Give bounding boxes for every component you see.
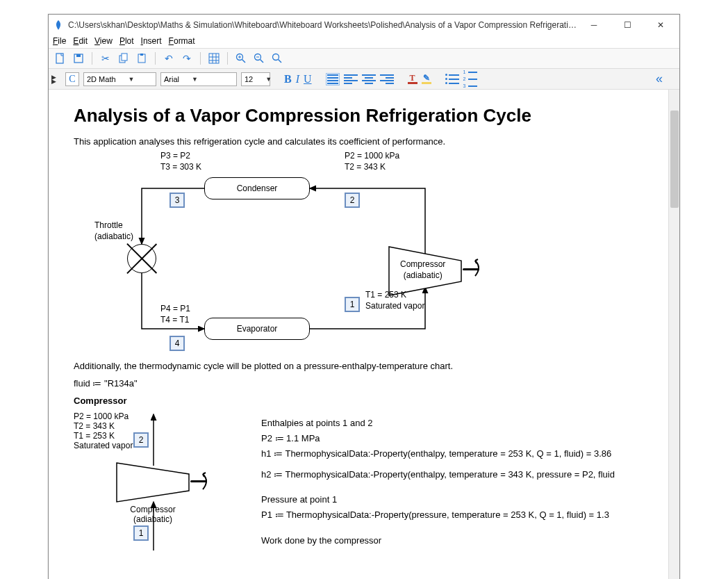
app-logo-icon (53, 19, 64, 31)
caret-hint-icon: ▶▶ (49, 75, 58, 83)
text-color-button[interactable]: T (408, 74, 417, 84)
window-controls: ─ ☐ ✕ (579, 20, 675, 30)
copy-button[interactable] (116, 51, 131, 66)
app-window: C:\Users\skhan\Desktop\Maths & Simulatio… (48, 14, 680, 579)
font-select[interactable]: Arial▼ (160, 72, 237, 86)
h1-eq: h1 ≔ ThermophysicalData:-Property(enthal… (261, 446, 647, 462)
h2-eq: h2 ≔ ThermophysicalData:-Property(enthal… (261, 467, 647, 482)
align-right-button[interactable] (380, 73, 394, 85)
undo-button[interactable]: ↶ (161, 51, 176, 66)
paste-button[interactable] (134, 51, 149, 66)
menu-edit[interactable]: Edit (73, 36, 88, 46)
svg-rect-0 (56, 54, 63, 63)
svg-rect-2 (76, 54, 81, 57)
svg-rect-6 (140, 54, 143, 56)
svg-point-10 (273, 54, 279, 60)
state2-number: 2 (345, 193, 360, 208)
font-size-select[interactable]: 12▼ (241, 72, 270, 86)
collapse-toolbar-button[interactable]: « (656, 72, 663, 86)
cut-button[interactable]: ✂ (98, 51, 113, 66)
underline-button[interactable]: U (304, 73, 312, 85)
rotation-icon (474, 258, 485, 272)
new-button[interactable] (53, 51, 68, 66)
menu-plot[interactable]: Plot (119, 36, 134, 46)
compressor-section-head: Compressor (74, 395, 647, 406)
number-list-button[interactable]: 1 2 3 (463, 73, 477, 85)
state4-number: 4 (169, 336, 185, 351)
calc-block: Enthalpies at points 1 and 2 P2 ≔ 1.1 MP… (261, 411, 647, 557)
italic-button[interactable]: I (296, 73, 299, 85)
svg-rect-7 (209, 54, 219, 63)
grid-button[interactable] (206, 51, 222, 66)
font-size-value: 12 (245, 75, 253, 83)
close-button[interactable]: ✕ (650, 20, 671, 30)
work-head: Work done by the compressor (261, 533, 647, 548)
zoom-in-button[interactable] (233, 51, 249, 66)
document-content[interactable]: Analysis of a Vapor Compression Refriger… (49, 90, 668, 579)
input-mode-select[interactable]: 2D Math▼ (83, 72, 156, 86)
compressor-diagram: 2 P2 = 1000 kPa T2 = 343 K Compressor ( (74, 411, 254, 557)
p2-eq: P2 ≔ 1.1 MPa (261, 431, 647, 446)
workarea: Analysis of a Vapor Compression Refriger… (49, 90, 679, 579)
math-mode-button[interactable]: C (65, 72, 79, 86)
menubar: File Edit View Plot Insert Format (49, 35, 679, 48)
redo-button[interactable]: ↷ (179, 51, 195, 66)
titlebar: C:\Users\skhan\Desktop\Maths & Simulatio… (49, 15, 679, 35)
p1-eq: P1 ≔ ThermophysicalData:-Property(pressu… (261, 507, 647, 523)
state3-label: P3 = P2 T3 = 303 K (160, 151, 201, 172)
maximize-button[interactable]: ☐ (617, 20, 638, 30)
format-toolbar: ▶▶ C 2D Math▼ Arial▼ 12▼ B I U T ✎ 1 2 (49, 69, 679, 90)
vertical-scrollbar[interactable] (668, 90, 679, 579)
menu-file[interactable]: File (53, 36, 66, 46)
save-button[interactable] (71, 51, 86, 66)
svg-rect-4 (122, 54, 127, 60)
menu-view[interactable]: View (94, 36, 113, 46)
align-justify-button[interactable] (326, 73, 340, 85)
bold-button[interactable]: B (284, 73, 292, 85)
d2-rotation-icon (201, 471, 213, 485)
d2-state1-number: 1 (133, 525, 149, 541)
main-toolbar: ✂ ↶ ↷ (49, 48, 679, 69)
scroll-thumb[interactable] (670, 111, 679, 208)
font-value: Arial (164, 75, 179, 83)
align-left-button[interactable] (344, 73, 358, 85)
highlight-color-button[interactable]: ✎ (422, 74, 431, 84)
fluid-assignment: fluid ≔ "R134a" (74, 378, 647, 389)
state4-label: P4 = P1 T4 = T1 (160, 304, 190, 325)
window-title: C:\Users\skhan\Desktop\Maths & Simulatio… (68, 20, 579, 30)
enth-head: Enthalpies at points 1 and 2 (261, 416, 647, 431)
doc-heading: Analysis of a Vapor Compression Refriger… (74, 105, 647, 127)
throttle-label: Throttle (adiabatic) (94, 220, 133, 242)
d2-state2-number: 2 (133, 432, 149, 448)
cycle-diagram: P3 = P2 T3 = 303 K P2 = 1000 kPa T2 = 34… (88, 154, 518, 355)
menu-insert[interactable]: Insert (141, 36, 162, 46)
zoom-out-button[interactable] (251, 51, 267, 66)
intro-text: This application analyses this refrigera… (74, 136, 647, 147)
state3-number: 3 (169, 193, 185, 208)
menu-format[interactable]: Format (169, 36, 195, 46)
throttle-node (127, 244, 156, 273)
bullet-list-button[interactable] (445, 73, 459, 85)
press-head: Pressure at point 1 (261, 492, 647, 507)
condenser-node: Condenser (204, 177, 310, 199)
minimize-button[interactable]: ─ (584, 20, 604, 30)
input-mode-value: 2D Math (87, 75, 116, 83)
zoom-reset-button[interactable] (270, 51, 285, 66)
state1-number: 1 (345, 297, 360, 312)
evaporator-node: Evaporator (204, 318, 310, 340)
state2-label: P2 = 1000 kPa T2 = 343 K (345, 151, 399, 172)
additional-text: Additionally, the thermodynamic cycle wi… (74, 361, 647, 371)
align-center-button[interactable] (362, 73, 376, 85)
state1-label: T1 = 253 K Saturated vapor (365, 290, 424, 311)
